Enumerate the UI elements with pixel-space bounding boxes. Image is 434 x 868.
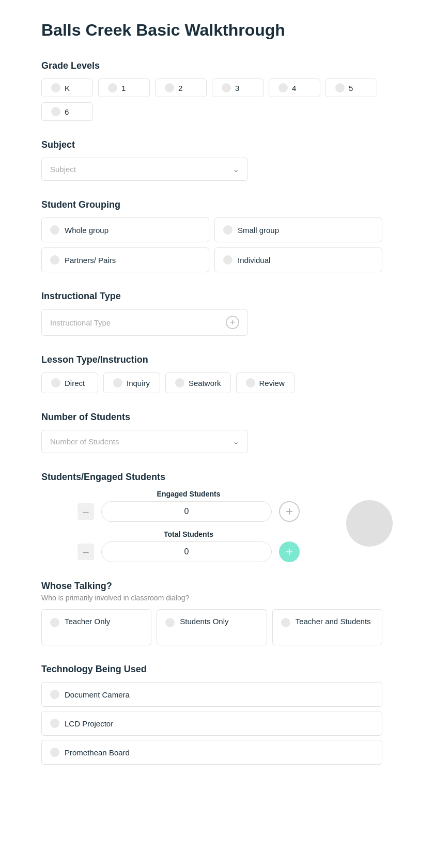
grade-btn-4[interactable]: 4 [269, 79, 320, 97]
total-students-input[interactable] [101, 541, 272, 562]
avatar [346, 500, 393, 547]
engaged-row-label: Engaged Students [157, 490, 221, 498]
grouping-radio-whole-group [50, 225, 59, 235]
number-of-students-dropdown[interactable]: Number of Students ⌄ [41, 430, 248, 453]
grade-levels-section: Grade Levels K 1 2 3 4 5 6 [41, 60, 393, 121]
whose-talking-section: Whose Talking? Who is primarily involved… [41, 581, 393, 645]
technology-label: Technology Being Used [41, 664, 393, 675]
grade-radio-4 [278, 83, 288, 92]
grade-label-3: 3 [235, 84, 239, 92]
talking-btn-teacher-only[interactable]: Teacher Only [41, 609, 151, 645]
grade-radio-3 [222, 83, 231, 92]
grouping-label-partners-pairs: Partners/ Pairs [65, 256, 116, 265]
grade-levels-grid: K 1 2 3 4 5 6 [41, 79, 393, 121]
lesson-type-section: Lesson Type/Instruction Direct Inquiry S… [41, 354, 393, 393]
talking-radio-teacher-only [50, 618, 59, 627]
grade-radio-6 [51, 107, 60, 116]
instructional-type-input[interactable]: Instructional Type + [41, 309, 248, 336]
talking-label-students-only: Students Only [180, 617, 228, 626]
lesson-btn-seatwork[interactable]: Seatwork [165, 373, 231, 393]
grouping-label-whole-group: Whole group [65, 226, 109, 235]
talking-radio-students-only [165, 618, 175, 627]
total-row-label: Total Students [164, 530, 213, 538]
talking-label-teacher-and-students: Teacher and Students [296, 617, 371, 626]
talking-btn-students-only[interactable]: Students Only [157, 609, 267, 645]
add-instructional-type-icon[interactable]: + [226, 316, 239, 329]
engaged-row: – + [78, 501, 300, 522]
lesson-label-inquiry: Inquiry [127, 379, 150, 388]
total-plus-button[interactable]: + [279, 541, 300, 562]
talking-radio-teacher-and-students [281, 618, 290, 627]
total-students-col: Total Students – + [41, 530, 336, 562]
engaged-students-input[interactable] [101, 501, 272, 522]
grouping-label-individual: Individual [238, 256, 270, 265]
number-of-students-label: Number of Students [41, 412, 393, 423]
tech-btn-lcd-projector[interactable]: LCD Projector [41, 711, 382, 736]
grouping-radio-individual [223, 255, 233, 265]
lesson-btn-direct[interactable]: Direct [41, 373, 98, 393]
engaged-students-col: Engaged Students – + [41, 490, 336, 522]
tech-radio-document-camera [50, 690, 59, 699]
number-of-students-section: Number of Students Number of Students ⌄ [41, 412, 393, 453]
talking-btn-teacher-and-students[interactable]: Teacher and Students [272, 609, 382, 645]
grade-label-4: 4 [292, 84, 296, 92]
whose-talking-label: Whose Talking? [41, 581, 393, 592]
tech-btn-document-camera[interactable]: Document Camera [41, 682, 382, 707]
total-minus-button[interactable]: – [78, 544, 94, 560]
grade-radio-1 [108, 83, 117, 92]
grade-radio-5 [335, 83, 345, 92]
engaged-plus-button[interactable]: + [279, 501, 300, 522]
grade-btn-6[interactable]: 6 [41, 102, 93, 121]
grade-btn-2[interactable]: 2 [155, 79, 207, 97]
lesson-btn-inquiry[interactable]: Inquiry [103, 373, 160, 393]
lesson-label-direct: Direct [65, 379, 85, 388]
grade-btn-5[interactable]: 5 [326, 79, 377, 97]
lesson-btn-review[interactable]: Review [236, 373, 295, 393]
chevron-down-icon: ⌄ [233, 164, 239, 174]
technology-list: Document Camera LCD Projector Promethean… [41, 682, 382, 765]
lesson-radio-review [246, 378, 255, 388]
grade-radio-K [51, 83, 60, 92]
talking-label-teacher-only: Teacher Only [65, 617, 110, 626]
engaged-students-label: Students/Engaged Students [41, 472, 393, 483]
grade-btn-K[interactable]: K [41, 79, 93, 97]
technology-section: Technology Being Used Document Camera LC… [41, 664, 393, 765]
subject-placeholder: Subject [50, 165, 76, 174]
talking-grid: Teacher Only Students Only Teacher and S… [41, 609, 382, 645]
lesson-label-review: Review [259, 379, 285, 388]
engaged-students-section: Students/Engaged Students Engaged Studen… [41, 472, 393, 562]
grade-label-5: 5 [349, 84, 353, 92]
lesson-type-label: Lesson Type/Instruction [41, 354, 393, 365]
subject-label: Subject [41, 140, 393, 150]
total-row: – + [78, 541, 300, 562]
grade-label-2: 2 [178, 84, 182, 92]
page-title: Balls Creek Basic Walkthrough [41, 21, 393, 40]
tech-btn-promethean-board[interactable]: Promethean Board [41, 740, 382, 765]
engaged-minus-button[interactable]: – [78, 503, 94, 520]
number-of-students-placeholder: Number of Students [50, 437, 119, 446]
instructional-type-label: Instructional Type [41, 291, 393, 302]
grouping-btn-partners-pairs[interactable]: Partners/ Pairs [41, 247, 209, 272]
lesson-label-seatwork: Seatwork [189, 379, 221, 388]
grouping-btn-individual[interactable]: Individual [214, 247, 382, 272]
grade-btn-1[interactable]: 1 [98, 79, 150, 97]
student-grouping-label: Student Grouping [41, 199, 393, 210]
lesson-radio-seatwork [175, 378, 184, 388]
grouping-btn-whole-group[interactable]: Whole group [41, 218, 209, 242]
grade-levels-label: Grade Levels [41, 60, 393, 71]
lesson-radio-inquiry [113, 378, 122, 388]
subject-section: Subject Subject ⌄ [41, 140, 393, 181]
lesson-type-row: Direct Inquiry Seatwork Review [41, 373, 393, 393]
grouping-label-small-group: Small group [238, 226, 279, 235]
grouping-btn-small-group[interactable]: Small group [214, 218, 382, 242]
whose-talking-sublabel: Who is primarily involved in classroom d… [41, 594, 393, 602]
student-grouping-grid: Whole group Small group Partners/ Pairs … [41, 218, 382, 272]
instructional-type-placeholder: Instructional Type [50, 318, 111, 327]
tech-label-lcd-projector: LCD Projector [65, 719, 113, 728]
grouping-radio-small-group [223, 225, 233, 235]
grade-btn-3[interactable]: 3 [212, 79, 264, 97]
grade-label-6: 6 [65, 107, 69, 116]
subject-dropdown[interactable]: Subject ⌄ [41, 158, 248, 181]
grade-label-1: 1 [121, 84, 126, 92]
tech-label-promethean-board: Promethean Board [65, 748, 130, 757]
